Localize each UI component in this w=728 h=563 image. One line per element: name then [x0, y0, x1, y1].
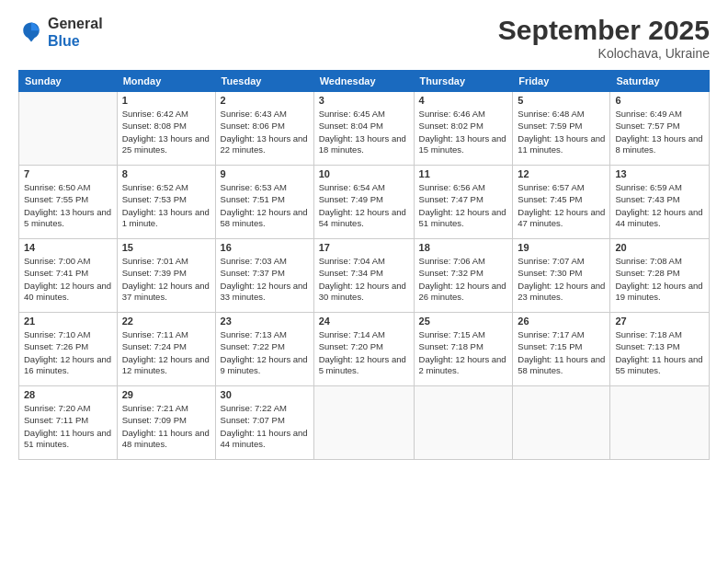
calendar-week-5: 28Sunrise: 7:20 AMSunset: 7:11 PMDayligh… [19, 386, 710, 460]
day-number: 22 [122, 316, 210, 327]
sunrise-text: Sunrise: 7:06 AM [419, 256, 508, 267]
cell-content: 10Sunrise: 6:54 AMSunset: 7:49 PMDayligh… [319, 168, 409, 229]
day-number: 26 [518, 316, 605, 327]
sunset-text: Sunset: 7:59 PM [518, 121, 605, 132]
calendar-table: SundayMondayTuesdayWednesdayThursdayFrid… [18, 70, 710, 460]
day-number: 5 [518, 95, 605, 106]
page: General Blue September 2025 Kolochava, U… [0, 0, 728, 563]
sunrise-text: Sunrise: 7:13 AM [221, 329, 309, 340]
sunrise-text: Sunrise: 7:04 AM [319, 256, 409, 267]
sunset-text: Sunset: 7:47 PM [419, 194, 508, 205]
cell-content: 13Sunrise: 6:59 AMSunset: 7:43 PMDayligh… [615, 168, 704, 229]
calendar-cell: 16Sunrise: 7:03 AMSunset: 7:37 PMDayligh… [215, 239, 313, 313]
daylight-text: Daylight: 12 hours and 26 minutes. [419, 281, 508, 304]
day-number: 23 [221, 316, 309, 327]
sunrise-text: Sunrise: 6:43 AM [221, 109, 309, 120]
cell-content: 25Sunrise: 7:15 AMSunset: 7:18 PMDayligh… [419, 316, 508, 376]
calendar-cell: 19Sunrise: 7:07 AMSunset: 7:30 PMDayligh… [513, 239, 610, 313]
daylight-text: Daylight: 11 hours and 51 minutes. [24, 428, 112, 451]
calendar-header-friday: Friday [513, 71, 610, 92]
sunset-text: Sunset: 7:13 PM [615, 341, 704, 352]
cell-content: 19Sunrise: 7:07 AMSunset: 7:30 PMDayligh… [518, 242, 605, 303]
daylight-text: Daylight: 13 hours and 15 minutes. [419, 133, 508, 156]
daylight-text: Daylight: 12 hours and 58 minutes. [221, 207, 309, 230]
daylight-text: Daylight: 12 hours and 5 minutes. [319, 354, 409, 377]
month-title: September 2025 [498, 15, 710, 46]
calendar-cell: 15Sunrise: 7:01 AMSunset: 7:39 PMDayligh… [117, 239, 215, 313]
sunrise-text: Sunrise: 6:52 AM [122, 182, 210, 193]
logo-general: General [48, 16, 103, 31]
cell-content: 23Sunrise: 7:13 AMSunset: 7:22 PMDayligh… [221, 316, 309, 376]
calendar-cell: 12Sunrise: 6:57 AMSunset: 7:45 PMDayligh… [513, 166, 610, 239]
sunrise-text: Sunrise: 7:08 AM [615, 256, 704, 267]
sunset-text: Sunset: 8:08 PM [122, 121, 210, 132]
calendar-cell: 25Sunrise: 7:15 AMSunset: 7:18 PMDayligh… [414, 313, 513, 386]
daylight-text: Daylight: 12 hours and 44 minutes. [615, 207, 704, 230]
calendar-cell: 3Sunrise: 6:45 AMSunset: 8:04 PMDaylight… [313, 92, 414, 166]
sunset-text: Sunset: 7:24 PM [122, 341, 210, 352]
calendar-header-thursday: Thursday [414, 71, 513, 92]
cell-content: 2Sunrise: 6:43 AMSunset: 8:06 PMDaylight… [221, 95, 309, 155]
cell-content: 17Sunrise: 7:04 AMSunset: 7:34 PMDayligh… [319, 242, 409, 303]
cell-content: 8Sunrise: 6:52 AMSunset: 7:53 PMDaylight… [122, 168, 210, 229]
day-number: 18 [419, 242, 508, 253]
sunrise-text: Sunrise: 6:48 AM [518, 109, 605, 120]
calendar-cell: 23Sunrise: 7:13 AMSunset: 7:22 PMDayligh… [215, 313, 313, 386]
calendar-cell: 10Sunrise: 6:54 AMSunset: 7:49 PMDayligh… [313, 166, 414, 239]
daylight-text: Daylight: 12 hours and 40 minutes. [24, 281, 112, 304]
daylight-text: Daylight: 11 hours and 58 minutes. [518, 354, 605, 377]
sunrise-text: Sunrise: 7:15 AM [419, 329, 508, 340]
cell-content: 9Sunrise: 6:53 AMSunset: 7:51 PMDaylight… [221, 168, 309, 229]
sunrise-text: Sunrise: 7:21 AM [122, 403, 210, 414]
calendar-cell: 27Sunrise: 7:18 AMSunset: 7:13 PMDayligh… [610, 313, 710, 386]
day-number: 30 [221, 389, 309, 400]
day-number: 4 [419, 95, 508, 106]
sunrise-text: Sunrise: 6:54 AM [319, 182, 409, 193]
day-number: 3 [319, 95, 409, 106]
day-number: 8 [122, 168, 210, 179]
daylight-text: Daylight: 12 hours and 16 minutes. [24, 354, 112, 377]
calendar-cell: 22Sunrise: 7:11 AMSunset: 7:24 PMDayligh… [117, 313, 215, 386]
daylight-text: Daylight: 12 hours and 2 minutes. [419, 354, 508, 377]
calendar-header-monday: Monday [117, 71, 215, 92]
calendar-cell [313, 386, 414, 460]
day-number: 10 [319, 168, 409, 179]
daylight-text: Daylight: 13 hours and 5 minutes. [24, 207, 112, 230]
calendar-cell: 6Sunrise: 6:49 AMSunset: 7:57 PMDaylight… [610, 92, 710, 166]
calendar-cell: 1Sunrise: 6:42 AMSunset: 8:08 PMDaylight… [117, 92, 215, 166]
calendar-cell: 28Sunrise: 7:20 AMSunset: 7:11 PMDayligh… [19, 386, 118, 460]
sunrise-text: Sunrise: 6:53 AM [221, 182, 309, 193]
calendar-week-3: 14Sunrise: 7:00 AMSunset: 7:41 PMDayligh… [19, 239, 710, 313]
sunset-text: Sunset: 7:20 PM [319, 341, 409, 352]
calendar-header-wednesday: Wednesday [313, 71, 414, 92]
cell-content: 12Sunrise: 6:57 AMSunset: 7:45 PMDayligh… [518, 168, 605, 229]
daylight-text: Daylight: 12 hours and 12 minutes. [122, 354, 210, 377]
cell-content: 7Sunrise: 6:50 AMSunset: 7:55 PMDaylight… [24, 168, 112, 229]
daylight-text: Daylight: 12 hours and 37 minutes. [122, 281, 210, 304]
daylight-text: Daylight: 13 hours and 8 minutes. [615, 133, 704, 156]
daylight-text: Daylight: 11 hours and 55 minutes. [615, 354, 704, 377]
day-number: 21 [24, 316, 112, 327]
cell-content: 14Sunrise: 7:00 AMSunset: 7:41 PMDayligh… [24, 242, 112, 303]
day-number: 27 [615, 316, 704, 327]
calendar-header-sunday: Sunday [19, 71, 118, 92]
cell-content: 20Sunrise: 7:08 AMSunset: 7:28 PMDayligh… [615, 242, 704, 303]
sunrise-text: Sunrise: 6:49 AM [615, 109, 704, 120]
calendar-cell: 17Sunrise: 7:04 AMSunset: 7:34 PMDayligh… [313, 239, 414, 313]
cell-content: 3Sunrise: 6:45 AMSunset: 8:04 PMDaylight… [319, 95, 409, 155]
calendar-week-2: 7Sunrise: 6:50 AMSunset: 7:55 PMDaylight… [19, 166, 710, 239]
daylight-text: Daylight: 13 hours and 11 minutes. [518, 133, 605, 156]
calendar-cell [513, 386, 610, 460]
cell-content: 26Sunrise: 7:17 AMSunset: 7:15 PMDayligh… [518, 316, 605, 376]
sunset-text: Sunset: 7:09 PM [122, 415, 210, 426]
sunrise-text: Sunrise: 6:46 AM [419, 109, 508, 120]
calendar-cell: 9Sunrise: 6:53 AMSunset: 7:51 PMDaylight… [215, 166, 313, 239]
sunset-text: Sunset: 7:37 PM [221, 268, 309, 279]
sunrise-text: Sunrise: 7:00 AM [24, 256, 112, 267]
day-number: 9 [221, 168, 309, 179]
sunset-text: Sunset: 7:11 PM [24, 415, 112, 426]
daylight-text: Daylight: 12 hours and 30 minutes. [319, 281, 409, 304]
day-number: 13 [615, 168, 704, 179]
daylight-text: Daylight: 12 hours and 51 minutes. [419, 207, 508, 230]
sunrise-text: Sunrise: 7:14 AM [319, 329, 409, 340]
